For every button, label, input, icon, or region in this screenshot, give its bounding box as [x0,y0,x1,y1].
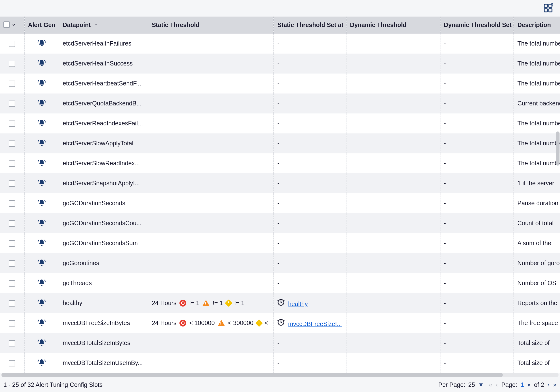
row-checkbox[interactable] [9,340,15,346]
table-row[interactable]: mvccDBFreeSizeInBytes24 Hours< 100000!< … [0,313,560,333]
bell-icon[interactable] [37,259,46,266]
table-row[interactable]: etcdServerSlowReadIndex...--The total nu… [0,153,560,173]
alert-gen-cell [24,54,59,73]
bell-icon[interactable] [37,199,46,206]
table-row[interactable]: mvccDBTotalSizeInBytes--Total size of [0,333,560,353]
row-checkbox[interactable] [9,240,15,247]
bell-icon[interactable] [37,239,46,246]
row-checkbox[interactable] [9,80,15,87]
bell-icon[interactable] [37,39,46,47]
next-page-button[interactable]: › [548,381,550,389]
table-row[interactable]: etcdServerReadIndexesFail...--The total … [0,113,560,133]
static-threshold-at-cell: - [274,153,346,173]
dynamic-threshold-at-cell: - [440,213,514,233]
bell-icon[interactable] [37,279,46,286]
table-row[interactable]: etcdServerHealthSuccess--The total numbe… [0,54,560,73]
dynamic-threshold-cell [346,153,440,173]
table-row[interactable]: etcdServerSlowApplyTotal--The total numb… [0,133,560,153]
row-checkbox[interactable] [9,161,15,167]
table-row[interactable]: mvccDBTotalSizeInUseInBy...--Total size … [0,353,560,373]
bell-icon[interactable] [37,319,46,326]
row-checkbox[interactable] [9,320,15,327]
row-checkbox[interactable] [9,141,15,147]
row-checkbox[interactable] [9,260,15,267]
table-row[interactable]: etcdServerQuotaBackendB...--Current back… [0,93,560,113]
row-checkbox[interactable] [9,360,15,366]
bell-icon[interactable] [37,99,46,107]
row-checkbox[interactable] [9,280,15,287]
col-header-alert-gen[interactable]: Alert Gen [24,17,59,34]
bell-icon[interactable] [37,79,46,87]
threshold-link[interactable]: healthy [288,301,308,307]
col-header-description[interactable]: Description [514,17,560,34]
table-row[interactable]: goGCDurationSecondsCou...--Count of tota… [0,213,560,233]
prev-page-button[interactable]: ‹ [496,381,498,389]
chevron-down-icon[interactable]: ▼ [478,381,484,388]
datapoint-cell: healthy [59,293,148,313]
last-page-button[interactable]: » [553,381,557,389]
horizontal-scrollbar-thumb[interactable] [1,373,503,377]
table-header-row: Alert Gen Datapoint ↑ Static Threshold S… [0,17,560,34]
static-threshold-at-cell: - [274,333,346,353]
col-header-checkbox[interactable] [0,17,24,34]
dynamic-threshold-at-cell: - [440,193,514,213]
minor-icon: ! [225,299,232,307]
row-checkbox[interactable] [9,41,15,47]
current-page[interactable]: 1 [520,381,524,388]
row-checkbox[interactable] [9,300,15,307]
table-row[interactable]: etcdServerHealthFailures--The total numb… [0,34,560,54]
chevron-down-icon[interactable] [12,21,16,28]
alert-gen-cell [24,34,59,54]
col-header-datapoint[interactable]: Datapoint ↑ [59,17,148,34]
row-checkbox[interactable] [9,181,15,187]
per-page-selector[interactable]: Per Page: 25 ▼ [438,381,484,388]
horizontal-scrollbar[interactable] [1,373,559,377]
datapoint-cell: goGCDurationSecondsCou... [59,213,148,233]
alert-gen-cell [24,113,59,133]
table-row[interactable]: goGCDurationSecondsSum--A sum of the [0,233,560,253]
first-page-button[interactable]: « [489,381,492,389]
table-row[interactable]: goGoroutines--Number of goroutines [0,253,560,273]
table-row[interactable]: goGCDurationSeconds--Pause duration [0,193,560,213]
col-header-static-threshold-at[interactable]: Static Threshold Set at [274,17,346,34]
table-row[interactable]: healthy24 Hours!= 1!!= 1!!= 1 healthy-Re… [0,293,560,313]
minor-value: != 1 [234,300,244,307]
row-checkbox[interactable] [9,121,15,127]
chevron-down-icon[interactable]: ▾ [527,381,530,388]
dynamic-threshold-cell [346,353,440,373]
bell-icon[interactable] [37,338,46,346]
row-checkbox-cell [0,353,24,373]
dynamic-threshold-at-cell: - [440,153,514,173]
static-threshold-at-cell: - [274,213,346,233]
row-checkbox-cell [0,133,24,153]
static-threshold-cell [148,153,274,173]
pagination: « ‹ Page: 1 ▾ of 2 › » [489,381,557,389]
vertical-scrollbar[interactable] [556,17,560,372]
row-checkbox-cell [0,93,24,113]
table-row[interactable]: etcdServerHeartbeatSendF...--The total n… [0,73,560,93]
bell-icon[interactable] [37,119,46,127]
threshold-link[interactable]: mvccDBFreeSizeI... [288,321,342,327]
col-header-dynamic-threshold-at[interactable]: Dynamic Threshold Set at [440,17,514,34]
row-checkbox[interactable] [9,200,15,207]
bell-icon[interactable] [37,219,46,226]
table-row[interactable]: goThreads--Number of OS [0,273,560,293]
bell-icon[interactable] [37,139,46,147]
row-checkbox[interactable] [9,101,15,107]
vertical-scrollbar-thumb[interactable] [556,131,560,166]
description-cell: Count of total [514,213,560,233]
row-checkbox[interactable] [9,220,15,227]
bell-icon[interactable] [37,159,46,167]
bell-icon[interactable] [37,299,46,306]
col-header-dynamic-threshold[interactable]: Dynamic Threshold [346,17,440,34]
svg-rect-2 [544,9,547,12]
bell-icon[interactable] [37,179,46,187]
bell-icon[interactable] [37,59,46,67]
static-threshold-at-cell: - [274,233,346,253]
select-all-checkbox[interactable] [3,21,10,28]
row-checkbox[interactable] [9,61,15,67]
bell-icon[interactable] [37,358,46,366]
table-row[interactable]: etcdServerSnapshotApplyI...--1 if the se… [0,173,560,193]
col-header-static-threshold[interactable]: Static Threshold [148,17,274,34]
apps-grid-icon[interactable] [543,3,553,13]
